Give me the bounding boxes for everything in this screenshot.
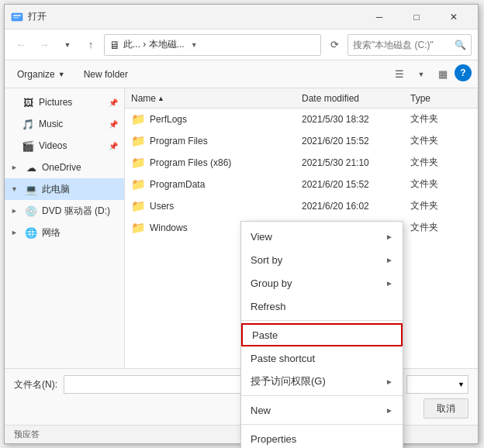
file-type: 文件夹	[410, 221, 472, 234]
pin-music-icon: 📌	[109, 120, 118, 129]
column-header-type[interactable]: Type	[410, 93, 472, 104]
folder-icon: 📁	[131, 199, 147, 213]
sidebar-item-label-music: Music	[39, 119, 63, 129]
menu-item-arrow-sort-by: ►	[385, 256, 393, 264]
close-button[interactable]: ✕	[436, 5, 472, 29]
new-folder-label: New folder	[84, 69, 128, 80]
file-type: 文件夹	[410, 199, 472, 212]
breadcrumb-text: 此... › 本地磁...	[123, 38, 185, 51]
title-bar: 打开 ─ □ ✕	[5, 5, 478, 29]
new-folder-button[interactable]: New folder	[78, 64, 134, 84]
cancel-button[interactable]: 取消	[424, 398, 468, 419]
table-row[interactable]: 📁 Program Files (x86) 2021/5/30 21:10 文件…	[125, 152, 478, 174]
organize-chevron-icon: ▼	[58, 71, 65, 78]
title-bar-icon	[11, 11, 23, 23]
sidebar-item-network[interactable]: ► 🌐 网络	[5, 222, 124, 243]
column-header-date[interactable]: Date modified	[302, 93, 410, 104]
minimize-button[interactable]: ─	[361, 5, 397, 29]
menu-item-label-new: New	[251, 405, 385, 416]
thispc-chevron-icon: ▼	[11, 185, 20, 193]
sidebar-item-label-thispc: 此电脑	[42, 183, 70, 196]
organize-label: Organize	[17, 69, 55, 80]
forward-button[interactable]: →	[34, 35, 54, 55]
menu-item-new[interactable]: New ►	[241, 398, 403, 422]
down-arrow-button[interactable]: ▼	[57, 35, 78, 55]
sidebar-item-pictures[interactable]: 🖼 Pictures 📌	[5, 91, 124, 113]
menu-item-label-paste: Paste	[252, 329, 392, 341]
menu-item-label-refresh: Refresh	[251, 301, 393, 312]
sidebar-item-label-dvd: DVD 驱动器 (D:)	[42, 205, 110, 218]
folder-icon: 📁	[131, 221, 147, 235]
breadcrumb-dropdown-arrow[interactable]: ▼	[191, 41, 198, 49]
onedrive-chevron-icon: ►	[11, 164, 20, 171]
view-details-icon: ▦	[438, 68, 448, 80]
folder-icon: 📁	[131, 177, 147, 191]
view-chevron-button[interactable]: ▼	[411, 64, 431, 84]
file-name: ProgramData	[150, 179, 302, 190]
breadcrumb-bar[interactable]: 🖥 此... › 本地磁... ▼	[104, 34, 321, 56]
menu-item-arrow-group-by: ►	[385, 279, 393, 288]
folder-icon: 📁	[131, 156, 147, 170]
menu-item-properties[interactable]: Properties	[241, 427, 403, 448]
refresh-button[interactable]: ⟳	[324, 35, 344, 55]
search-input[interactable]	[353, 40, 451, 50]
sidebar-item-onedrive[interactable]: ► ☁ OneDrive	[5, 157, 124, 178]
onedrive-icon: ☁	[25, 161, 37, 174]
view-list-icon: ☰	[395, 68, 404, 80]
table-row[interactable]: 📁 ProgramData 2021/6/20 15:52 文件夹	[125, 174, 478, 195]
help-icon: ?	[460, 67, 465, 78]
help-button[interactable]: ?	[455, 64, 472, 81]
organize-button[interactable]: Organize ▼	[11, 64, 71, 84]
network-chevron-icon: ►	[11, 229, 20, 236]
sidebar-item-thispc[interactable]: ▼ 💻 此电脑	[5, 178, 124, 200]
thispc-icon: 💻	[25, 183, 37, 195]
up-button[interactable]: ↑	[81, 35, 101, 55]
svg-rect-2	[13, 17, 19, 19]
file-name: Users	[150, 201, 302, 212]
column-header-name[interactable]: Name ▲	[131, 93, 302, 104]
file-type: 文件夹	[410, 177, 472, 191]
pin-icon: 📌	[109, 98, 118, 107]
search-box: 🔍	[347, 34, 472, 56]
menu-item-group-by[interactable]: Group by ►	[241, 271, 403, 295]
folder-icon: 📁	[131, 134, 147, 148]
toolbar: Organize ▼ New folder ☰ ▼ ▦ ?	[5, 60, 478, 88]
menu-item-label-view: View	[251, 231, 385, 243]
back-button[interactable]: ←	[11, 35, 31, 55]
file-type-dropdown[interactable]: ▼	[406, 375, 468, 394]
sidebar-item-dvd[interactable]: ► 💿 DVD 驱动器 (D:)	[5, 200, 124, 222]
menu-separator-3	[241, 424, 403, 425]
menu-item-sort-by[interactable]: Sort by ►	[241, 248, 403, 271]
view-list-button[interactable]: ☰	[389, 64, 410, 84]
pictures-icon: 🖼	[22, 96, 34, 109]
search-icon[interactable]: 🔍	[455, 40, 466, 50]
menu-item-paste[interactable]: Paste	[241, 323, 403, 346]
view-buttons: ☰ ▼ ▦ ?	[389, 64, 472, 84]
dropdown-arrow-icon: ▼	[458, 381, 465, 388]
menu-item-paste-shortcut[interactable]: Paste shortcut	[241, 346, 403, 370]
file-name: Program Files (x86)	[150, 157, 302, 168]
menu-item-grant-access[interactable]: 授予访问权限(G) ►	[241, 370, 403, 393]
sidebar-item-label-onedrive: OneDrive	[42, 162, 81, 173]
menu-item-arrow-grant-access: ►	[385, 377, 393, 386]
breadcrumb-drive-icon: 🖥	[109, 39, 120, 51]
network-icon: 🌐	[25, 226, 37, 239]
menu-item-view[interactable]: View ►	[241, 225, 403, 248]
dvd-chevron-icon: ►	[11, 207, 20, 215]
context-menu: View ► Sort by ► Group by ► Refresh Past…	[240, 221, 403, 448]
table-row[interactable]: 📁 PerfLogs 2021/5/30 18:32 文件夹	[125, 109, 478, 130]
menu-separator-1	[241, 320, 403, 321]
file-name: PerfLogs	[150, 114, 302, 125]
table-row[interactable]: 📁 Program Files 2021/6/20 15:52 文件夹	[125, 130, 478, 152]
svg-rect-1	[13, 15, 21, 16]
title-bar-text: 打开	[28, 10, 361, 23]
sidebar-item-music[interactable]: 🎵 Music 📌	[5, 113, 124, 135]
sidebar-item-videos[interactable]: 🎬 Videos 📌	[5, 135, 124, 157]
view-details-button[interactable]: ▦	[433, 64, 453, 84]
status-text: 预应答	[14, 429, 40, 440]
sidebar-item-label-pictures: Pictures	[39, 97, 72, 108]
file-date: 2021/6/20 15:52	[302, 179, 410, 190]
menu-item-refresh[interactable]: Refresh	[241, 295, 403, 318]
table-row[interactable]: 📁 Users 2021/6/20 16:02 文件夹	[125, 195, 478, 217]
maximize-button[interactable]: □	[399, 5, 434, 29]
